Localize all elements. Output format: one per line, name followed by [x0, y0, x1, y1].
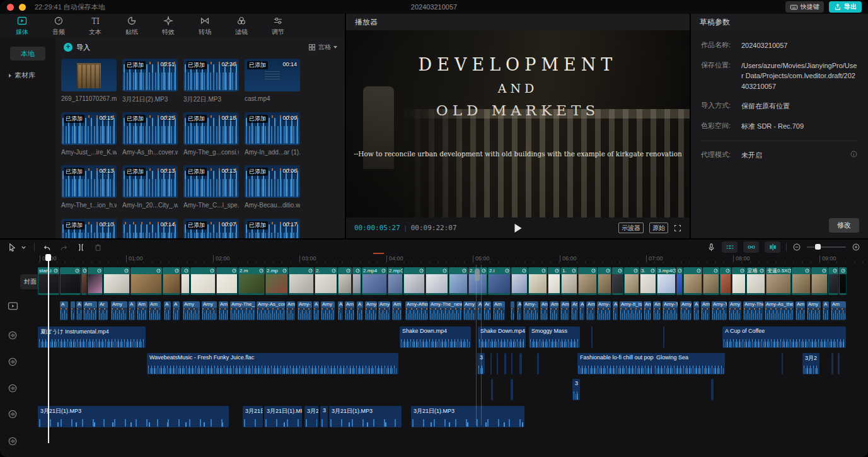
video-clip[interactable] — [338, 267, 352, 295]
video-clip[interactable] — [548, 267, 560, 295]
audio-clip[interactable]: An — [653, 301, 661, 320]
audio-clip[interactable]: Amy- — [523, 301, 538, 320]
audio-clip[interactable]: A — [613, 301, 618, 320]
video-clip[interactable] — [60, 267, 81, 295]
audio-track-icon[interactable] — [8, 436, 18, 446]
tab-media[interactable]: 媒体 — [4, 16, 40, 37]
export-button[interactable]: 导出 — [829, 1, 862, 13]
video-clip[interactable] — [289, 267, 314, 295]
audio-clip[interactable]: Amy-T — [712, 301, 727, 320]
audio-clip[interactable]: Smoggy Mass — [529, 327, 580, 348]
video-clip[interactable]: 2.i — [488, 267, 511, 295]
video-clip[interactable] — [81, 267, 87, 295]
audio-clip[interactable]: 3月21日( — [243, 406, 263, 427]
audio-clip[interactable]: Ar — [483, 301, 491, 320]
video-clip[interactable] — [839, 267, 847, 295]
audio-clip[interactable]: A — [76, 301, 82, 320]
audio-clip[interactable]: Amy-The_new_ — [429, 301, 462, 320]
video-clip[interactable] — [624, 267, 639, 295]
media-item[interactable]: 269_1711070267.mp4 — [61, 59, 117, 102]
zoom-slider-knob[interactable] — [815, 244, 821, 250]
timeline-zoom-slider[interactable] — [807, 246, 846, 248]
audio-clip[interactable] — [782, 353, 783, 374]
video-clip[interactable] — [676, 267, 683, 295]
audio-clip[interactable] — [519, 353, 522, 374]
audio-clip[interactable]: 3 — [320, 406, 328, 427]
audio-clip[interactable]: Ar — [571, 301, 578, 320]
audio-clip[interactable]: Amy — [183, 301, 200, 320]
video-clip[interactable] — [88, 267, 103, 295]
video-clip[interactable]: 2.mp — [265, 267, 288, 295]
minimize-window-button[interactable] — [19, 4, 26, 11]
tab-sticker[interactable]: 贴纸 — [113, 16, 150, 37]
playhead[interactable] — [48, 254, 49, 443]
video-clip[interactable] — [352, 267, 361, 295]
video-clip[interactable] — [683, 267, 702, 295]
audio-clip[interactable]: 3月21日(1).MP3 — [264, 406, 302, 427]
audio-clip[interactable]: Amy- — [298, 301, 312, 320]
video-clip[interactable] — [163, 267, 180, 295]
audio-clip[interactable]: Am — [137, 301, 148, 320]
audio-clip[interactable]: A — [693, 301, 699, 320]
audio-clip[interactable]: Am — [701, 301, 710, 320]
audio-clip[interactable]: Amy — [807, 301, 821, 320]
audio-clip[interactable]: Shake Down.mp4 — [478, 327, 526, 348]
audio-clip[interactable]: Am — [550, 301, 558, 320]
audio-clip[interactable]: Am — [493, 301, 505, 320]
media-item[interactable]: 已添加 00:07 — [183, 219, 239, 238]
audio-clip[interactable]: 夏ぼうけ Instrumental.mp4 — [38, 327, 146, 348]
sidebar-item-local[interactable]: 本地 — [10, 47, 45, 61]
audio-clip[interactable]: Am — [560, 301, 569, 320]
audio-clip[interactable]: Fashionable lo-fi chill out pop(115 — [577, 353, 654, 374]
audio-clip[interactable]: Am — [586, 301, 595, 320]
audio-clip[interactable]: A — [338, 301, 343, 320]
audio-clip[interactable]: 3月21日(1).MP3 — [411, 406, 524, 427]
audio-clip[interactable]: Shake Down.mp4 — [400, 327, 471, 348]
scope-button[interactable]: 示波器 — [618, 223, 644, 233]
media-item[interactable]: 已添加 00:15 Amy-Just_...ire_K.wav — [61, 112, 117, 156]
audio-clip[interactable]: 3月21日(1).MP3 — [38, 406, 229, 427]
tab-filters[interactable]: 滤镜 — [223, 16, 260, 37]
tab-adjust[interactable]: 调节 — [260, 16, 296, 37]
audio-clip[interactable]: A — [517, 301, 521, 320]
original-quality-button[interactable]: 原始 — [649, 223, 668, 233]
media-item[interactable]: 已添加 00:14 cast.mp4 — [245, 59, 300, 102]
audio-clip[interactable]: Amy- — [680, 301, 692, 320]
media-item[interactable]: 已添加 00:06 Amy-Becau...ditio.wav — [245, 165, 300, 209]
audio-clip[interactable]: Amy-It_is — [620, 301, 642, 320]
video-clip[interactable] — [511, 267, 528, 295]
playhead-handle[interactable] — [45, 254, 51, 261]
video-clip[interactable] — [720, 267, 731, 295]
timeline-ruler[interactable]: 00:00 01:00 02:00 03:00 04:00 05:00 06:0… — [0, 254, 868, 264]
video-clip[interactable] — [612, 267, 623, 295]
audio-clip[interactable]: Amy-After — [405, 301, 428, 320]
audio-clip[interactable]: Amy — [729, 301, 741, 320]
audio-clip[interactable] — [71, 301, 75, 320]
audio-clip[interactable]: 3月21日(1).MP3 — [329, 406, 402, 427]
trim-handle[interactable] — [475, 269, 480, 281]
audio-clip[interactable]: A — [173, 301, 180, 320]
close-window-button[interactable] — [7, 4, 14, 11]
play-button[interactable] — [514, 224, 521, 233]
media-item[interactable]: 已添加 00:17 — [245, 219, 300, 238]
audio-clip[interactable]: Amy — [202, 301, 217, 320]
view-mode-selector[interactable]: 宫格 — [308, 43, 337, 52]
audio-clip[interactable]: Am — [149, 301, 161, 320]
audio-clip[interactable]: An — [644, 301, 651, 320]
shortcut-keys-button[interactable]: 快捷键 — [785, 1, 824, 13]
audio-clip[interactable]: A — [313, 301, 319, 320]
audio-clip[interactable]: A — [579, 301, 584, 320]
tab-text[interactable]: TI 文本 — [77, 16, 113, 37]
import-button[interactable]: + 导入 — [64, 43, 90, 52]
media-item[interactable]: 已添加 02:36 3月22日.MP3 — [183, 59, 239, 104]
preview-axis-toggle[interactable] — [765, 241, 780, 253]
audio-clip[interactable]: 3月2 — [304, 406, 318, 427]
redo-button[interactable] — [59, 243, 69, 252]
audio-clip[interactable]: Amy — [321, 301, 335, 320]
audio-clip[interactable]: A Cup of Coffee — [722, 327, 846, 348]
audio-clip[interactable] — [663, 327, 664, 348]
media-item[interactable]: 已添加 00:13 Amy-The_t...ion_h.wav — [61, 165, 117, 209]
audio-clip[interactable] — [711, 379, 714, 400]
media-item[interactable]: 已添加 05:51 3月21日(2).MP3 — [122, 59, 178, 104]
video-clip[interactable] — [578, 267, 597, 295]
